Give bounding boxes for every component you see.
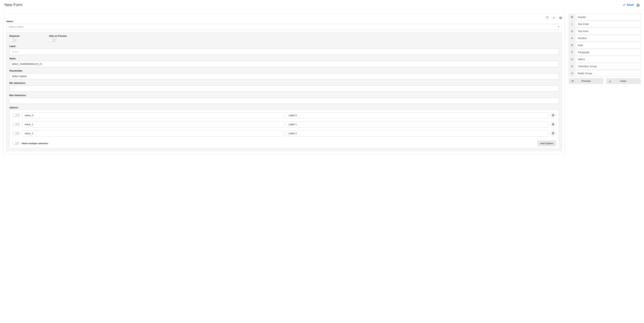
clear-button[interactable]: Clear [606, 78, 641, 84]
sidebar-item-label: Select [575, 56, 640, 62]
remove-icon: ✕ [552, 123, 554, 126]
name-input[interactable] [10, 61, 559, 67]
required-label: Required: [10, 35, 34, 37]
required-toggle[interactable] [10, 38, 17, 42]
allow-multi-label: Allow multiple selection [22, 142, 48, 145]
page-title: New Form [4, 2, 22, 7]
select-placeholder-text: Select Option [9, 26, 24, 28]
sidebar-item-checkbox-group[interactable]: Checkbox Group [569, 63, 641, 70]
svg-rect-1 [546, 17, 548, 19]
caret-down-icon: ▼ [558, 26, 560, 28]
option-remove-button[interactable]: ✕ [550, 130, 556, 136]
option-value-input[interactable] [22, 121, 284, 128]
radio-group-icon [569, 70, 575, 76]
sidebar-item-label: Checkbox Group [575, 63, 640, 70]
option-value-input[interactable] [22, 112, 284, 118]
checkbox-group-icon [569, 63, 575, 70]
remove-block-button[interactable]: ✕ [559, 16, 562, 19]
remove-icon: ✕ [559, 16, 562, 19]
add-option-button[interactable]: Add Option [537, 140, 556, 146]
text-area-icon [569, 28, 575, 34]
option-default-toggle[interactable] [12, 122, 20, 126]
min-select-label: Min Selections: [10, 82, 559, 84]
text-field-icon [569, 21, 575, 27]
edit-icon [552, 16, 555, 19]
option-row: ✕ [10, 120, 559, 130]
options-label: Options: [10, 106, 559, 109]
edit-block-button[interactable] [552, 16, 555, 19]
svg-point-6 [572, 73, 572, 74]
block-type-label: Select [6, 20, 562, 23]
option-remove-button[interactable]: ✕ [550, 112, 556, 118]
option-value-input[interactable] [22, 130, 284, 136]
sidebar-item-label: Radio Group [575, 70, 640, 76]
preview-button[interactable]: Preview [569, 78, 604, 84]
block-toolbar: ✕ [4, 14, 565, 19]
options-list: ✕✕✕ Allow multiple selection Add Option [10, 110, 559, 148]
options-footer: Allow multiple selection Add Option [10, 138, 559, 148]
side-actions: Preview Clear [569, 78, 641, 84]
allow-multi-toggle[interactable] [12, 142, 20, 145]
sidebar-item-number[interactable]: Number [569, 35, 641, 42]
sidebar-item-label: Header [575, 14, 640, 20]
number-icon [569, 35, 575, 41]
option-default-toggle[interactable] [12, 132, 20, 135]
field-palette: HHeaderText FieldText AreaNumberDate¶Par… [569, 14, 641, 76]
close-icon: ✕ [636, 4, 640, 7]
max-select-input[interactable] [10, 98, 559, 104]
svg-point-7 [572, 81, 573, 82]
hide-preview-label: Hide on Preview: [49, 35, 74, 37]
sidebar-item-select[interactable]: Select [569, 56, 641, 62]
label-field-label: Label: [10, 45, 559, 48]
paragraph-icon: ¶ [569, 49, 575, 55]
check-icon [623, 4, 626, 6]
max-select-label: Max Selections: [10, 94, 559, 96]
option-label-input[interactable] [286, 121, 548, 128]
remove-icon: ✕ [552, 114, 554, 116]
save-button[interactable]: Save [623, 3, 634, 7]
svg-rect-2 [571, 44, 573, 46]
option-default-toggle[interactable] [12, 114, 20, 117]
clear-label: Clear [620, 80, 626, 82]
close-button[interactable]: ✕ [636, 3, 640, 7]
sidebar-item-label: Date [575, 42, 640, 48]
select-preview[interactable]: Select Option ▼ [6, 24, 562, 30]
remove-icon: ✕ [552, 132, 554, 135]
config-panel: Required: Hide on Preview: Label: Name: [6, 32, 562, 151]
header-icon: H [569, 14, 575, 20]
sidebar-item-label: Text Area [575, 28, 640, 34]
option-label-input[interactable] [286, 130, 548, 136]
sidebar-item-label: Number [575, 35, 640, 41]
eraser-icon [608, 80, 611, 82]
sidebar-item-paragraph[interactable]: ¶Paragraph [569, 49, 641, 56]
option-remove-button[interactable]: ✕ [550, 122, 556, 127]
option-label-input[interactable] [286, 112, 548, 118]
option-row: ✕ [10, 110, 559, 120]
sidebar-item-header[interactable]: HHeader [569, 14, 641, 20]
form-canvas: ✕ Select Select Option ▼ Required: Hide … [3, 14, 565, 154]
preview-label: Preview [582, 80, 591, 82]
svg-rect-3 [571, 58, 573, 60]
sidebar-item-date[interactable]: Date [569, 42, 641, 48]
date-icon [569, 42, 575, 48]
placeholder-field-label: Placeholder: [10, 70, 559, 72]
placeholder-input[interactable] [10, 73, 559, 79]
save-label: Save [627, 3, 634, 7]
eye-icon [571, 80, 574, 82]
topbar-actions: Save ✕ [623, 3, 640, 7]
option-row: ✕ [10, 130, 559, 138]
sidebar: HHeaderText FieldText AreaNumberDate¶Par… [569, 14, 641, 84]
sidebar-item-text-area[interactable]: Text Area [569, 28, 641, 34]
copy-icon [546, 16, 549, 19]
sidebar-item-text-field[interactable]: Text Field [569, 21, 641, 28]
hide-preview-toggle[interactable] [49, 38, 56, 42]
name-field-label: Name: [10, 57, 559, 60]
layout: ✕ Select Select Option ▼ Required: Hide … [0, 10, 644, 158]
topbar: New Form Save ✕ [0, 0, 644, 10]
sidebar-item-radio-group[interactable]: Radio Group [569, 70, 641, 76]
label-input[interactable] [10, 49, 559, 55]
min-select-input[interactable] [10, 86, 559, 92]
sidebar-item-label: Text Field [575, 21, 640, 27]
copy-block-button[interactable] [546, 16, 549, 19]
select-block: Select Select Option ▼ Required: Hide on… [4, 20, 565, 154]
